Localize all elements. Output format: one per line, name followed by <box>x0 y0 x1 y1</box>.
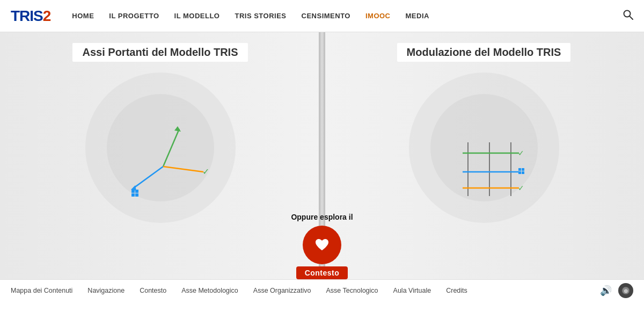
footer-nav-circle[interactable]: ⊕ <box>618 283 633 298</box>
oppure-text: Oppure esplora il <box>291 213 353 221</box>
svg-rect-20 <box>522 168 524 171</box>
svg-rect-21 <box>518 171 521 174</box>
right-diagram-container: ✓ ✓ <box>404 67 565 228</box>
logo[interactable]: TRIS2 <box>11 8 50 25</box>
nav-home[interactable]: HOME <box>72 12 94 20</box>
logo-tris: TRIS <box>11 8 43 24</box>
nav-imooc[interactable]: IMOOC <box>365 12 391 20</box>
svg-line-4 <box>134 167 163 188</box>
main-nav: HOME IL PROGETTO IL MODELLO TRIS STORIES… <box>72 12 623 20</box>
nav-media[interactable]: MEDIA <box>406 12 429 20</box>
svg-line-1 <box>630 16 633 19</box>
footer-credits[interactable]: Credits <box>446 287 467 294</box>
svg-text:⊕: ⊕ <box>624 288 628 294</box>
svg-text:✓: ✓ <box>518 149 524 157</box>
svg-marker-3 <box>174 126 181 132</box>
right-page-title: Modulazione del Modello TRIS <box>397 43 571 62</box>
footer-asse-tecnologico[interactable]: Asse Tecnologico <box>326 287 378 294</box>
footer-mappa[interactable]: Mappa dei Contenuti <box>11 287 72 294</box>
left-diagram-svg: ✓ <box>80 67 241 228</box>
main-content: Assi Portanti del Modello TRIS ✓ <box>0 32 644 279</box>
footer-asse-organizzativo[interactable]: Asse Organizzativo <box>253 287 311 294</box>
svg-rect-19 <box>518 168 521 171</box>
nav-arrow-icon: ⊕ <box>621 286 630 295</box>
header: TRIS2 HOME IL PROGETTO IL MODELLO TRIS S… <box>0 0 644 32</box>
nav-tris-stories[interactable]: TRIS STORIES <box>235 12 286 20</box>
nav-il-progetto[interactable]: IL PROGETTO <box>109 12 159 20</box>
footer-navigazione[interactable]: Navigazione <box>87 287 125 294</box>
svg-rect-9 <box>135 190 138 193</box>
sound-icon[interactable]: 🔊 <box>600 285 612 296</box>
svg-rect-8 <box>131 190 135 193</box>
nav-censimento[interactable]: CENSIMENTO <box>302 12 350 20</box>
footer: Mappa dei Contenuti Navigazione Contesto… <box>0 279 644 301</box>
svg-line-6 <box>163 167 203 172</box>
contesto-label: Contesto <box>296 266 348 279</box>
footer-asse-metodologico[interactable]: Asse Metodologico <box>181 287 238 294</box>
footer-aula-virtuale[interactable]: Aula Virtuale <box>393 287 431 294</box>
footer-contesto[interactable]: Contesto <box>140 287 166 294</box>
nav-il-modello[interactable]: IL MODELLO <box>174 12 220 20</box>
svg-text:✓: ✓ <box>518 184 524 192</box>
right-diagram-svg: ✓ ✓ <box>404 67 565 228</box>
search-icon[interactable] <box>623 9 633 23</box>
left-page-title: Assi Portanti del Modello TRIS <box>72 43 247 62</box>
logo-2: 2 <box>43 8 51 24</box>
svg-line-2 <box>163 129 179 167</box>
svg-rect-22 <box>522 171 524 174</box>
heart-icon <box>312 235 332 255</box>
contesto-circle <box>303 226 341 264</box>
left-diagram-container: ✓ <box>80 67 241 228</box>
svg-text:✓: ✓ <box>202 167 209 176</box>
contesto-button[interactable]: Contesto <box>296 226 348 279</box>
footer-right-controls: 🔊 ⊕ <box>600 283 633 298</box>
svg-rect-11 <box>135 193 138 197</box>
svg-rect-10 <box>131 193 135 197</box>
bottom-center-section: Oppure esplora il Contesto <box>268 213 376 279</box>
